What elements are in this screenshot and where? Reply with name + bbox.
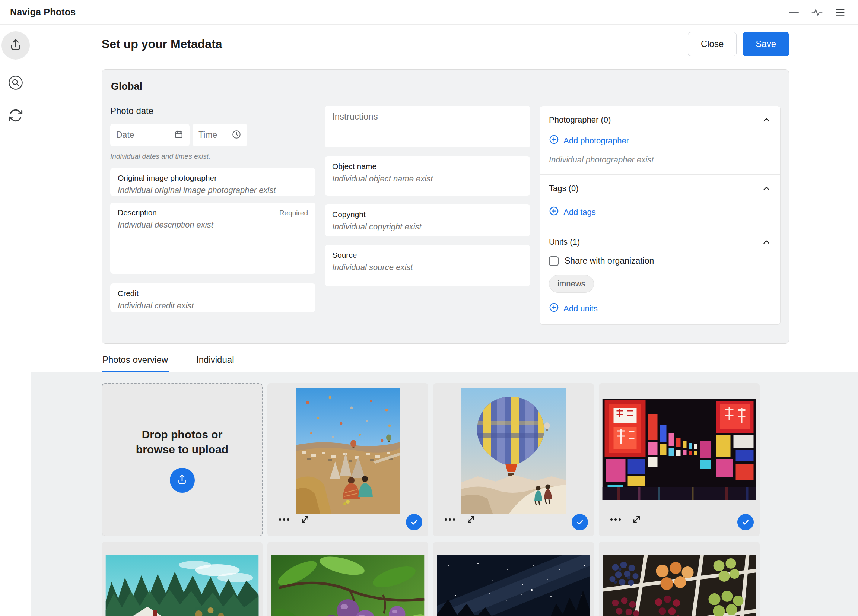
tags-section-title: Tags (0) <box>549 184 578 193</box>
clock-icon <box>232 130 241 141</box>
menu-icon[interactable] <box>833 6 847 19</box>
photos-overview-panel: Drop photos or browse to upload <box>31 372 858 616</box>
plus-icon[interactable] <box>787 6 800 19</box>
copyright-placeholder: Individual copyright exist <box>332 222 523 232</box>
photo-thumbnail-striped-hot-air-balloon[interactable] <box>462 389 566 513</box>
add-photographer-label: Add photographer <box>563 136 629 146</box>
object-name-label: Object name <box>332 162 523 171</box>
tab-individual[interactable]: Individual <box>196 355 235 372</box>
photo-card <box>267 542 428 616</box>
metadata-side-panel: Photographer (0) Add photographer <box>539 106 780 325</box>
time-field[interactable] <box>193 124 247 146</box>
selected-check-icon[interactable] <box>737 514 754 530</box>
browse-upload-button[interactable] <box>170 468 195 493</box>
description-placeholder: Individual description exist <box>118 220 308 230</box>
credit-field[interactable]: Credit Individual credit exist <box>110 283 316 312</box>
topbar: Naviga Photos <box>0 0 858 25</box>
plus-circle-icon <box>549 134 559 147</box>
more-options-icon[interactable] <box>278 518 290 521</box>
photo-card <box>102 542 263 616</box>
sidebar-upload-button[interactable] <box>2 31 30 59</box>
global-panel-title: Global <box>110 81 780 92</box>
object-name-placeholder: Individual object name exist <box>332 174 523 184</box>
plus-circle-icon <box>549 206 559 218</box>
save-button[interactable]: Save <box>743 32 789 56</box>
add-tags-label: Add tags <box>563 207 596 217</box>
page-title: Set up your Metadata <box>102 37 222 51</box>
selected-check-icon[interactable] <box>406 514 422 530</box>
expand-icon[interactable] <box>300 514 310 524</box>
description-field[interactable]: Description Required Individual descript… <box>110 202 316 274</box>
tab-photos-overview[interactable]: Photos overview <box>102 355 169 372</box>
global-column-middle: Instructions Object name Individual obje… <box>325 106 530 286</box>
tags-section: Tags (0) Add tags <box>540 174 780 228</box>
expand-icon[interactable] <box>466 514 476 524</box>
instructions-field[interactable]: Instructions <box>325 106 530 148</box>
sidebar-search-button[interactable] <box>7 75 25 92</box>
chevron-up-icon[interactable] <box>762 237 771 247</box>
upload-dropzone[interactable]: Drop photos or browse to upload <box>102 383 263 536</box>
search-icon <box>8 75 24 92</box>
global-column-left: Photo date <box>110 106 316 312</box>
activity-icon[interactable] <box>810 6 824 19</box>
expand-icon[interactable] <box>632 514 642 524</box>
add-photographer-button[interactable]: Add photographer <box>549 134 771 147</box>
plus-circle-icon <box>549 302 559 315</box>
photo-card <box>433 383 594 536</box>
add-units-label: Add units <box>563 304 598 314</box>
photo-date-label: Photo date <box>110 106 316 116</box>
photo-thumbnail-starry-night-cabin[interactable] <box>437 555 590 616</box>
photo-thumbnail-cappadocia-balloon-valley[interactable] <box>296 389 400 513</box>
photo-thumbnail-tokyo-neon-street[interactable] <box>603 399 756 500</box>
source-placeholder: Individual source exist <box>332 263 523 272</box>
app-title: Naviga Photos <box>10 7 76 17</box>
units-section: Units (1) Share with organization imne <box>540 228 780 324</box>
source-field[interactable]: Source Individual source exist <box>325 245 530 286</box>
source-label: Source <box>332 250 523 260</box>
object-name-field[interactable]: Object name Individual object name exist <box>325 156 530 196</box>
original-photographer-placeholder: Individual original image photographer e… <box>118 185 308 195</box>
sync-icon <box>8 107 23 125</box>
copyright-label: Copyright <box>332 210 523 219</box>
left-sidebar <box>0 25 31 616</box>
sidebar-sync-button[interactable] <box>7 107 25 125</box>
description-label: Description <box>118 208 157 217</box>
photo-card <box>433 542 594 616</box>
calendar-icon <box>174 130 183 141</box>
date-input[interactable] <box>116 130 170 140</box>
photo-thumbnail-plums-on-branch[interactable] <box>272 555 424 616</box>
share-checkbox[interactable] <box>549 256 559 266</box>
units-section-title: Units (1) <box>549 237 580 247</box>
photo-thumbnail-red-lake-cabin[interactable] <box>106 555 259 616</box>
time-input[interactable] <box>199 130 228 140</box>
close-button[interactable]: Close <box>688 32 737 56</box>
photo-date-hint: Individual dates and times exist. <box>110 152 316 160</box>
photos-tabs: Photos overview Individual <box>102 355 789 372</box>
photo-card <box>267 383 428 536</box>
date-field[interactable] <box>110 124 190 146</box>
unit-chip[interactable]: imnews <box>549 275 594 293</box>
topbar-icons <box>787 6 847 19</box>
photo-card <box>599 542 760 616</box>
add-tags-button[interactable]: Add tags <box>549 206 771 218</box>
chevron-up-icon[interactable] <box>762 115 771 125</box>
chevron-up-icon[interactable] <box>762 184 771 193</box>
description-required-badge: Required <box>279 209 308 217</box>
add-units-button[interactable]: Add units <box>549 302 771 315</box>
photographer-hint: Individual photographer exist <box>549 155 771 165</box>
photographer-section: Photographer (0) Add photographer <box>540 106 780 174</box>
more-options-icon[interactable] <box>444 518 455 521</box>
more-options-icon[interactable] <box>610 518 621 521</box>
credit-label: Credit <box>118 289 308 298</box>
original-photographer-field[interactable]: Original image photographer Individual o… <box>110 168 316 196</box>
instructions-placeholder: Instructions <box>332 111 523 122</box>
photo-card <box>599 383 760 536</box>
original-photographer-label: Original image photographer <box>118 174 308 182</box>
global-panel: Global Photo date <box>102 69 789 344</box>
photo-thumbnail-fruit-crates[interactable] <box>603 555 756 616</box>
share-label: Share with organization <box>564 256 654 266</box>
upload-icon <box>176 473 188 487</box>
share-with-organization-toggle[interactable]: Share with organization <box>549 256 771 266</box>
selected-check-icon[interactable] <box>572 514 588 530</box>
copyright-field[interactable]: Copyright Individual copyright exist <box>325 204 530 236</box>
